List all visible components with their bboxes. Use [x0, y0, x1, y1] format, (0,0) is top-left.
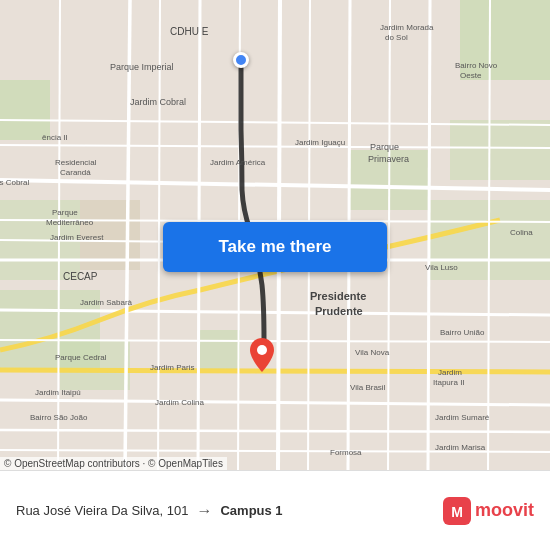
svg-text:Jardim Sumaré: Jardim Sumaré [435, 413, 490, 422]
svg-text:Jardim América: Jardim América [210, 158, 266, 167]
svg-point-72 [257, 345, 267, 355]
svg-text:Prudente: Prudente [315, 305, 363, 317]
svg-text:Colina: Colina [510, 228, 533, 237]
map-container: CDHU E Parque Imperial Jardim Cobral Jar… [0, 0, 550, 470]
svg-text:Itapura II: Itapura II [433, 378, 465, 387]
svg-text:Parque: Parque [52, 208, 78, 217]
svg-text:Parque Imperial: Parque Imperial [110, 62, 174, 72]
svg-text:Jardim Marisa: Jardim Marisa [435, 443, 486, 452]
svg-text:Jardim Colina: Jardim Colina [155, 398, 204, 407]
destination-marker [250, 338, 274, 376]
svg-text:Jardim: Jardim [438, 368, 462, 377]
svg-text:Bairro São João: Bairro São João [30, 413, 88, 422]
svg-text:Oeste: Oeste [460, 71, 482, 80]
svg-rect-10 [450, 120, 550, 180]
route-to: Campus 1 [220, 503, 282, 518]
svg-text:Jardim Iguaçu: Jardim Iguaçu [295, 138, 345, 147]
svg-text:as Cobral: as Cobral [0, 178, 29, 187]
svg-text:Jardim Sabarà: Jardim Sabarà [80, 298, 133, 307]
svg-text:Vila Nova: Vila Nova [355, 348, 390, 357]
svg-text:CDHU E: CDHU E [170, 26, 209, 37]
svg-text:Vila Brasil: Vila Brasil [350, 383, 386, 392]
route-from: Rua José Vieira Da Silva, 101 [16, 503, 188, 518]
moovit-logo: M moovit [443, 497, 534, 525]
arrow-icon: → [196, 502, 212, 520]
svg-text:CECAP: CECAP [63, 271, 98, 282]
svg-text:do Sol: do Sol [385, 33, 408, 42]
svg-text:Parque: Parque [370, 142, 399, 152]
svg-line-21 [428, 0, 430, 470]
bottom-bar: Rua José Vieira Da Silva, 101 → Campus 1… [0, 470, 550, 550]
svg-text:ência II: ência II [42, 133, 68, 142]
svg-text:Carandá: Carandá [60, 168, 91, 177]
svg-text:Jardim Morada: Jardim Morada [380, 23, 434, 32]
moovit-logo-icon: M [443, 497, 471, 525]
svg-text:Vila Luso: Vila Luso [425, 263, 458, 272]
svg-text:Formosa: Formosa [330, 448, 362, 457]
svg-text:Residencial: Residencial [55, 158, 97, 167]
svg-rect-7 [60, 340, 130, 390]
svg-text:Jardim Cobral: Jardim Cobral [130, 97, 186, 107]
svg-text:Primavera: Primavera [368, 154, 409, 164]
svg-rect-1 [0, 80, 50, 140]
svg-text:M: M [451, 504, 463, 520]
svg-text:Jardim Everest: Jardim Everest [50, 233, 104, 242]
svg-text:Presidente: Presidente [310, 290, 366, 302]
origin-marker [233, 52, 249, 68]
svg-text:Parque Cedral: Parque Cedral [55, 353, 107, 362]
svg-line-14 [0, 370, 550, 372]
take-me-there-button[interactable]: Take me there [163, 222, 387, 272]
moovit-text: moovit [475, 500, 534, 521]
svg-text:Bairro Novo: Bairro Novo [455, 61, 498, 70]
map-attribution: © OpenStreetMap contributors · © OpenMap… [0, 457, 227, 470]
route-info: Rua José Vieira Da Silva, 101 → Campus 1 [16, 502, 443, 520]
svg-text:Bairro União: Bairro União [440, 328, 485, 337]
svg-text:Mediterrâneo: Mediterrâneo [46, 218, 94, 227]
svg-text:Jardim Itaipú: Jardim Itaipú [35, 388, 81, 397]
svg-text:Jardim Paris: Jardim Paris [150, 363, 194, 372]
svg-rect-8 [200, 330, 240, 370]
